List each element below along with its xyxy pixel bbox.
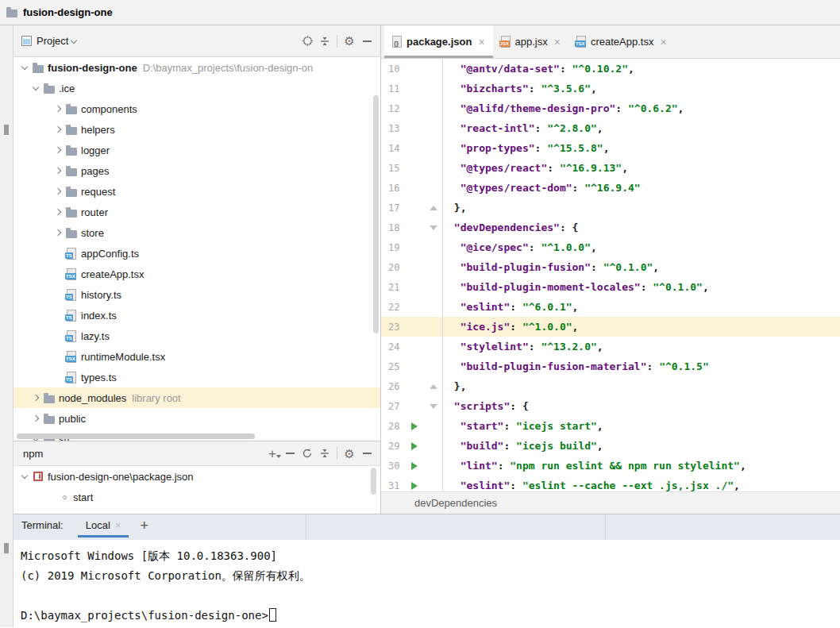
hide-panel-button[interactable] <box>358 33 376 50</box>
npm-package-json-item[interactable]: fusion-design-one\package.json <box>13 466 380 487</box>
code-line-18[interactable]: 18 "devDependencies": { <box>381 218 840 237</box>
new-terminal-session-button[interactable]: + <box>140 519 148 532</box>
npm-hide-button[interactable] <box>358 445 376 462</box>
code-text: }, <box>443 380 466 392</box>
code-line-26[interactable]: 26 }, <box>381 376 840 396</box>
collapse-all-button[interactable] <box>316 33 333 50</box>
project-folder-icon <box>6 10 17 17</box>
code-line-27[interactable]: 27 "scripts": { <box>381 396 840 416</box>
npm-add-button[interactable]: + <box>264 445 281 462</box>
close-icon[interactable]: × <box>115 519 121 531</box>
breadcrumb[interactable]: devDependencies <box>381 491 840 514</box>
settings-button[interactable]: ⚙ <box>341 33 358 50</box>
fold-end-icon[interactable] <box>430 206 437 210</box>
locate-file-button[interactable] <box>299 33 316 50</box>
project-horizontal-scrollbar[interactable] <box>17 433 255 439</box>
npm-vertical-scrollbar[interactable] <box>371 468 376 495</box>
code-line-22[interactable]: 22 "eslint": "^6.0.1", <box>381 297 840 317</box>
tree-item-runtimeModule-tsx[interactable]: TSXruntimeModule.tsx <box>13 346 380 367</box>
tree-item-root[interactable]: fusion-design-one D:\baymax_projects\fus… <box>13 57 380 78</box>
npm-settings-button[interactable]: ⚙ <box>341 445 358 462</box>
code-line-29[interactable]: 29 "build": "icejs build", <box>381 436 840 456</box>
tree-item-router[interactable]: router <box>13 202 380 222</box>
minus-icon <box>363 40 372 42</box>
tree-item-createApp-tsx[interactable]: TSXcreateApp.tsx <box>13 264 380 284</box>
chevron-down-icon <box>21 472 27 478</box>
code-line-10[interactable]: 10 "@antv/data-set": "^0.10.2", <box>381 59 840 79</box>
tree-item--ice[interactable]: .ice <box>13 78 380 98</box>
tree-item-components[interactable]: components <box>13 98 380 119</box>
terminal-output[interactable]: Microsoft Windows [版本 10.0.18363.900](c)… <box>13 540 840 627</box>
tool-stripe-structure[interactable]: 7: Structure <box>0 462 13 541</box>
tab-createApp.tsx[interactable]: TSXcreateApp.tsx× <box>568 25 675 58</box>
run-script-icon[interactable] <box>411 422 418 430</box>
line-number: 13 <box>381 123 405 134</box>
ts-file-icon: TS <box>67 310 76 322</box>
line-number: 30 <box>381 460 405 472</box>
npm-collapse-all-button[interactable] <box>316 445 333 462</box>
tree-item-request[interactable]: request <box>13 181 380 202</box>
npm-script-start[interactable]: start <box>13 487 380 507</box>
code-line-28[interactable]: 28 "start": "icejs start", <box>381 416 840 436</box>
tab-app.jsx[interactable]: JSXapp.jsx× <box>493 25 568 58</box>
collapse-all-icon <box>319 36 330 47</box>
tree-item-logger[interactable]: logger <box>13 140 380 160</box>
line-number: 28 <box>381 421 405 432</box>
script-bullet-icon <box>63 495 67 499</box>
chevron-right-icon <box>54 106 60 112</box>
code-line-24[interactable]: 24 "stylelint": "^13.2.0", <box>381 337 840 356</box>
run-script-icon[interactable] <box>411 482 418 490</box>
close-icon[interactable]: × <box>478 36 484 48</box>
npm-remove-button[interactable] <box>281 445 299 462</box>
code-line-17[interactable]: 17 }, <box>381 198 840 218</box>
tree-item-types-ts[interactable]: TStypes.ts <box>13 367 380 387</box>
run-script-icon[interactable] <box>411 442 418 450</box>
code-line-12[interactable]: 12 "@alifd/theme-design-pro": "^0.6.2", <box>381 98 840 118</box>
fold-end-icon[interactable] <box>430 384 437 389</box>
code-line-20[interactable]: 20 "build-plugin-fusion": "^0.1.0", <box>381 257 840 277</box>
jsx-file-icon: JSX <box>501 36 511 48</box>
code-editor[interactable]: 10 "@antv/data-set": "^0.10.2",11 "bizch… <box>381 59 840 491</box>
tree-item-annotation: library root <box>132 392 180 404</box>
code-line-13[interactable]: 13 "react-intl": "^2.8.0", <box>381 118 840 138</box>
line-number: 11 <box>381 83 405 94</box>
tree-item-helpers[interactable]: helpers <box>13 119 380 140</box>
tree-item-node_modules[interactable]: node_moduleslibrary root <box>13 387 380 408</box>
code-line-14[interactable]: 14 "prop-types": "^15.5.8", <box>381 138 840 158</box>
code-line-15[interactable]: 15 "@types/react": "^16.9.13", <box>381 158 840 178</box>
terminal-label: Terminal: <box>21 519 64 531</box>
code-line-30[interactable]: 30 "lint": "npm run eslint && npm run st… <box>381 456 840 476</box>
code-line-11[interactable]: 11 "bizcharts": "^3.5.6", <box>381 79 840 98</box>
code-line-31[interactable]: 31 "eslint": "eslint --cache --ext .js,.… <box>381 476 840 491</box>
code-line-25[interactable]: 25 "build-plugin-fusion-material": "^0.1… <box>381 356 840 376</box>
chevron-down-icon[interactable] <box>71 37 77 43</box>
code-line-23[interactable]: 23 "ice.js": "^1.0.0", <box>381 317 840 337</box>
line-number: 22 <box>381 302 405 313</box>
fold-start-icon[interactable] <box>430 404 437 409</box>
npm-refresh-button[interactable] <box>299 445 316 462</box>
tree-item-public[interactable]: public <box>13 408 380 429</box>
tree-item-store[interactable]: store <box>13 222 380 243</box>
line-number: 18 <box>381 222 405 233</box>
tree-item-lazy-ts[interactable]: TSlazy.ts <box>13 326 380 346</box>
run-script-icon[interactable] <box>411 462 418 470</box>
tree-item-appConfig-ts[interactable]: TSappConfig.ts <box>13 243 380 264</box>
tree-item-pages[interactable]: pages <box>13 160 380 181</box>
tree-item-history-ts[interactable]: TShistory.ts <box>13 284 380 305</box>
project-vertical-scrollbar[interactable] <box>373 95 379 333</box>
project-panel-title[interactable]: Project <box>37 35 68 47</box>
fold-start-icon[interactable] <box>430 225 437 230</box>
breadcrumb-item[interactable]: devDependencies <box>414 497 497 509</box>
tool-stripe-npm[interactable]: npm <box>0 603 13 628</box>
terminal-tab-local[interactable]: Local× <box>81 519 126 537</box>
tab-label: createApp.tsx <box>591 36 654 48</box>
tab-package.json[interactable]: {}package.json× <box>384 25 493 58</box>
close-icon[interactable]: × <box>554 36 561 48</box>
code-line-21[interactable]: 21 "build-plugin-moment-locales": "^0.1.… <box>381 277 840 297</box>
tool-stripe-project[interactable]: 1: Project <box>0 53 13 125</box>
code-line-16[interactable]: 16 "@types/react-dom": "^16.9.4" <box>381 178 840 198</box>
close-icon[interactable]: × <box>660 36 666 48</box>
code-line-19[interactable]: 19 "@ice/spec": "^1.0.0", <box>381 237 840 257</box>
line-number: 24 <box>381 341 405 353</box>
tree-item-index-ts[interactable]: TSindex.ts <box>13 305 380 326</box>
